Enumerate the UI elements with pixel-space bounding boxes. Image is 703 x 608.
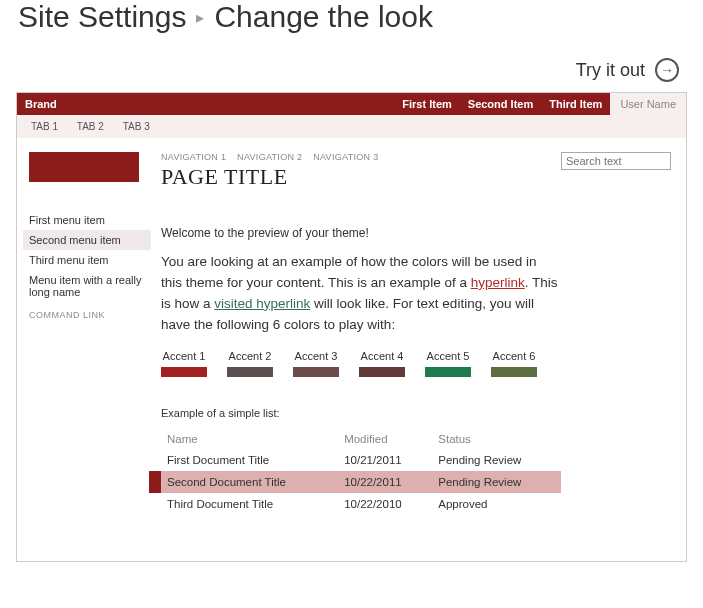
accent-swatch: Accent 2 — [227, 350, 273, 377]
side-menu-item[interactable]: Third menu item — [23, 250, 151, 270]
tab[interactable]: TAB 2 — [69, 119, 112, 134]
nav-item[interactable]: NAVIGATION 2 — [237, 152, 302, 162]
breadcrumb-current: Change the look — [214, 0, 433, 34]
topbar-item[interactable]: Second Item — [460, 98, 541, 110]
table-header: Name — [161, 429, 338, 449]
nav-item[interactable]: NAVIGATION 1 — [161, 152, 226, 162]
sample-visited-hyperlink[interactable]: visited hyperlink — [214, 296, 310, 311]
tab[interactable]: TAB 1 — [23, 119, 66, 134]
accent-swatch: Accent 1 — [161, 350, 207, 377]
breadcrumb: Site Settings ▸ Change the look — [0, 0, 703, 40]
accent-label: Accent 3 — [293, 350, 339, 362]
accent-color — [491, 367, 537, 377]
tab[interactable]: TAB 3 — [115, 119, 158, 134]
accent-color — [425, 367, 471, 377]
table-cell: Pending Review — [432, 449, 561, 471]
accent-color — [161, 367, 207, 377]
table-row[interactable]: Second Document Title10/22/2011Pending R… — [161, 471, 561, 493]
topbar-item[interactable]: Third Item — [541, 98, 610, 110]
try-it-out-label: Try it out — [576, 60, 645, 81]
accent-color — [359, 367, 405, 377]
sample-table: Name Modified Status First Document Titl… — [161, 429, 561, 515]
accent-label: Accent 5 — [425, 350, 471, 362]
breadcrumb-parent[interactable]: Site Settings — [18, 0, 186, 34]
search-input[interactable] — [561, 152, 671, 170]
arrow-right-circle-icon: → — [655, 58, 679, 82]
accent-swatch: Accent 4 — [359, 350, 405, 377]
sample-hyperlink[interactable]: hyperlink — [471, 275, 525, 290]
page-nav: NAVIGATION 1 NAVIGATION 2 NAVIGATION 3 — [161, 152, 561, 162]
accent-swatch: Accent 6 — [491, 350, 537, 377]
accent-label: Accent 6 — [491, 350, 537, 362]
table-row[interactable]: Third Document Title10/22/2010Approved — [161, 493, 561, 515]
chevron-right-icon: ▸ — [196, 8, 204, 27]
accent-swatches: Accent 1Accent 2Accent 3Accent 4Accent 5… — [161, 350, 561, 377]
accent-label: Accent 1 — [161, 350, 207, 362]
welcome-text: Welcome to the preview of your theme! — [161, 226, 561, 240]
table-cell: 10/22/2011 — [338, 471, 432, 493]
table-cell: Second Document Title — [161, 471, 338, 493]
accent-color — [227, 367, 273, 377]
accent-label: Accent 4 — [359, 350, 405, 362]
site-logo-placeholder — [29, 152, 139, 182]
preview-topbar: Brand First Item Second Item Third Item … — [17, 93, 686, 115]
accent-swatch: Accent 5 — [425, 350, 471, 377]
table-header: Modified — [338, 429, 432, 449]
accent-color — [293, 367, 339, 377]
table-cell: 10/21/2011 — [338, 449, 432, 471]
side-menu-item[interactable]: Menu item with a really long name — [23, 270, 151, 302]
command-link[interactable]: COMMAND LINK — [23, 302, 151, 320]
side-menu-item[interactable]: First menu item — [23, 210, 151, 230]
page-title: PAGE TITLE — [161, 164, 561, 190]
brand-label[interactable]: Brand — [17, 98, 65, 110]
table-cell: Third Document Title — [161, 493, 338, 515]
table-row[interactable]: First Document Title10/21/2011Pending Re… — [161, 449, 561, 471]
accent-label: Accent 2 — [227, 350, 273, 362]
try-it-out-link[interactable]: Try it out → — [0, 40, 703, 92]
table-cell: 10/22/2010 — [338, 493, 432, 515]
user-name[interactable]: User Name — [610, 93, 686, 115]
side-menu: First menu item Second menu item Third m… — [23, 210, 151, 320]
body-text: You are looking at an example of how the… — [161, 252, 561, 336]
tab-strip: TAB 1 TAB 2 TAB 3 — [17, 115, 686, 138]
table-cell: Pending Review — [432, 471, 561, 493]
nav-item[interactable]: NAVIGATION 3 — [313, 152, 378, 162]
list-label: Example of a simple list: — [161, 407, 561, 419]
topbar-item[interactable]: First Item — [394, 98, 460, 110]
table-cell: First Document Title — [161, 449, 338, 471]
theme-preview-frame: Brand First Item Second Item Third Item … — [16, 92, 687, 562]
table-header: Status — [432, 429, 561, 449]
side-menu-item-selected[interactable]: Second menu item — [23, 230, 151, 250]
table-cell: Approved — [432, 493, 561, 515]
accent-swatch: Accent 3 — [293, 350, 339, 377]
